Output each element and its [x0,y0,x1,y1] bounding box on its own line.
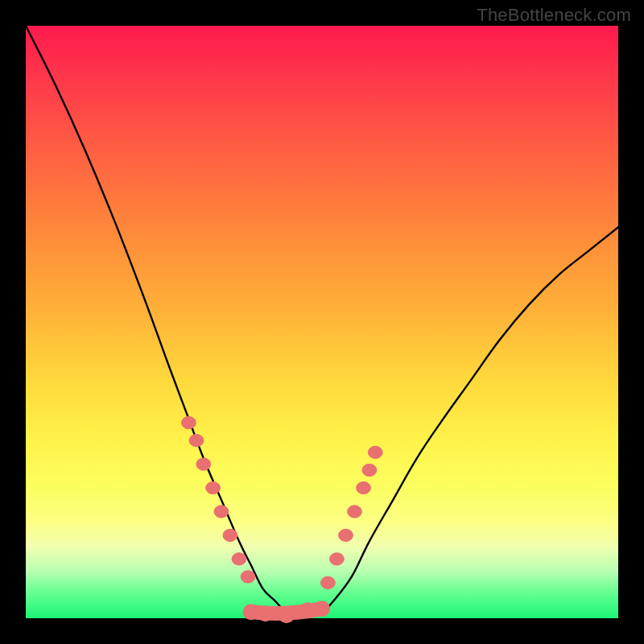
valley-bead [243,604,259,620]
valley-bead [258,605,274,621]
marker-dot [223,529,237,541]
valley-bead [314,601,330,617]
marker-dot [357,481,371,493]
bottleneck-curve [26,26,618,616]
chart-svg [26,26,618,618]
marker-dot [339,529,353,541]
chart-frame: TheBottleneck.com [0,0,644,644]
valley-bead [279,607,295,623]
right-marker-group [320,446,382,588]
valley-worm [243,601,330,623]
marker-dot [232,553,246,565]
marker-dot [348,506,362,518]
marker-dot [206,481,221,493]
marker-dot [329,553,344,565]
marker-dot [189,435,204,447]
chart-plot-area [26,26,618,618]
marker-dot [320,576,335,588]
marker-dot [196,458,211,470]
watermark-text: TheBottleneck.com [477,5,631,26]
marker-dot [181,416,196,428]
marker-dot [368,446,382,458]
left-marker-group [181,416,254,583]
marker-dot [362,464,377,476]
marker-dot [214,506,229,518]
marker-dot [241,571,255,583]
valley-bead [299,602,316,618]
